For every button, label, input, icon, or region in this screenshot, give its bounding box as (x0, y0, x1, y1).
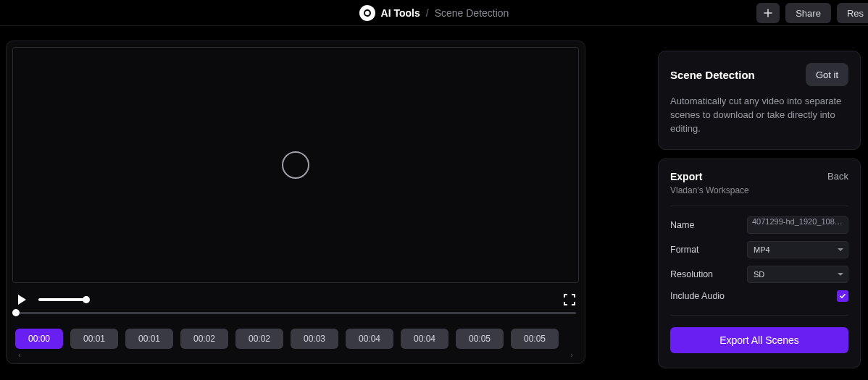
export-title: Export (670, 171, 702, 182)
play-button[interactable] (15, 293, 28, 306)
include-audio-checkbox[interactable] (837, 290, 848, 302)
add-button[interactable] (756, 3, 780, 23)
resolution-select[interactable]: SD (747, 266, 848, 283)
export-workspace: Vladan's Workspace (670, 185, 848, 206)
got-it-button[interactable]: Got it (806, 63, 848, 86)
scene-chip[interactable]: 00:05 (456, 329, 504, 349)
include-audio-label: Include Audio (670, 291, 725, 301)
format-select-value: MP4 (754, 245, 770, 254)
export-all-button[interactable]: Export All Scenes (670, 327, 848, 353)
breadcrumb-main[interactable]: AI Tools (381, 7, 420, 19)
seek-thumb[interactable] (12, 309, 20, 316)
volume-slider[interactable] (38, 298, 86, 301)
scene-chip[interactable]: 00:02 (180, 329, 228, 349)
format-select[interactable]: MP4 (747, 241, 848, 258)
export-card: Export Back Vladan's Workspace Name 4071… (658, 159, 861, 368)
video-preview[interactable] (12, 47, 579, 283)
back-link[interactable]: Back (827, 171, 848, 182)
share-button[interactable]: Share (785, 3, 831, 23)
scene-chip[interactable]: 00:00 (15, 329, 63, 349)
player-controls (12, 283, 579, 309)
breadcrumb-separator: / (426, 7, 429, 19)
top-actions: Share Res (756, 3, 868, 23)
plus-icon (764, 9, 772, 17)
scene-chip[interactable]: 00:04 (346, 329, 393, 349)
chevron-right-icon[interactable]: › (570, 350, 573, 359)
scene-chips: 00:0000:0100:0100:0200:0200:0300:0400:04… (12, 329, 579, 349)
name-input[interactable]: 4071299-hd_1920_1080_30fp (747, 216, 848, 234)
format-label: Format (670, 245, 699, 255)
info-title: Scene Detection (670, 69, 755, 81)
video-panel: 00:0000:0100:0100:0200:0200:0300:0400:04… (6, 41, 585, 364)
info-description: Automatically cut any video into separat… (670, 95, 848, 136)
name-label: Name (670, 220, 694, 230)
scene-chip[interactable]: 00:01 (70, 329, 118, 349)
res-button[interactable]: Res (837, 3, 868, 23)
chevron-left-icon[interactable]: ‹ (18, 350, 21, 359)
volume-thumb[interactable] (83, 296, 90, 303)
breadcrumb: AI Tools / Scene Detection (359, 5, 509, 21)
scene-chip[interactable]: 00:02 (235, 329, 283, 349)
seek-slider[interactable] (15, 312, 576, 314)
scene-chip[interactable]: 00:01 (125, 329, 173, 349)
info-card: Scene Detection Got it Automatically cut… (658, 51, 861, 150)
resolution-select-value: SD (754, 270, 764, 279)
breadcrumb-sub: Scene Detection (435, 7, 509, 19)
fullscreen-button[interactable] (563, 293, 576, 306)
scene-chip[interactable]: 00:03 (291, 329, 338, 349)
scene-chip[interactable]: 00:04 (401, 329, 448, 349)
scene-chip[interactable]: 00:05 (511, 329, 559, 349)
top-bar: AI Tools / Scene Detection Share Res (0, 0, 868, 26)
chevron-down-icon (838, 248, 843, 251)
app-logo-icon (359, 5, 375, 21)
loading-spinner-icon (282, 151, 309, 179)
resolution-label: Resolution (670, 269, 713, 279)
chevron-down-icon (838, 273, 843, 276)
